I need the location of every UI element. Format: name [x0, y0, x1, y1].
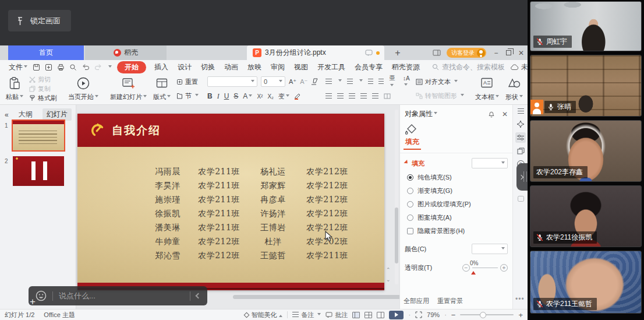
- radio-option-4[interactable]: 图案填充(A): [407, 213, 512, 222]
- tab-document[interactable]: P 3月份分组讨论.pptx: [247, 45, 384, 60]
- distribute-icon[interactable]: [372, 93, 378, 99]
- chat-bar[interactable]: 说点什么...: [29, 286, 207, 305]
- copy-button[interactable]: 复制: [27, 85, 59, 93]
- emoji-icon[interactable]: [36, 290, 47, 301]
- font-size-select[interactable]: 0: [261, 76, 285, 87]
- restore-button[interactable]: [506, 50, 511, 55]
- minimize-button[interactable]: −: [492, 49, 500, 57]
- decrease-font-icon[interactable]: A⁻: [300, 78, 307, 86]
- zoom-slider[interactable]: [460, 314, 514, 315]
- collapse-panel-icon[interactable]: «: [5, 111, 9, 119]
- fill-tab-label[interactable]: 填充: [405, 137, 512, 147]
- increase-font-icon[interactable]: A⁺: [289, 78, 296, 86]
- text-box-button[interactable]: A 文本框: [473, 75, 501, 103]
- char-spacing-icon[interactable]: 亜: [389, 74, 398, 89]
- redo-icon[interactable]: [94, 64, 102, 71]
- menu-item-7[interactable]: 审阅: [270, 61, 286, 73]
- notes-button[interactable]: 备注: [292, 311, 321, 319]
- zoom-in-button[interactable]: +: [518, 311, 523, 319]
- recommend-icon[interactable]: [515, 119, 526, 129]
- strikethrough-button[interactable]: S: [233, 92, 238, 100]
- shapes-button[interactable]: 形状: [503, 75, 525, 103]
- more-tools-icon[interactable]: •••: [515, 295, 525, 303]
- columns-icon[interactable]: [384, 93, 391, 99]
- vertical-scroll-thumb[interactable]: [395, 208, 398, 263]
- paste-button[interactable]: 粘贴: [3, 75, 26, 103]
- fill-section-header[interactable]: 填充: [405, 159, 424, 168]
- slide-thumbnail-2[interactable]: [13, 156, 64, 186]
- italic-button[interactable]: I: [217, 92, 220, 101]
- horizontal-scroll-thumb[interactable]: [233, 295, 402, 299]
- fill-preset-select[interactable]: [472, 158, 508, 168]
- superscript-button[interactable]: X²: [257, 93, 263, 100]
- tab-outline[interactable]: 大纲: [15, 108, 37, 121]
- animation-pane-icon[interactable]: [515, 146, 526, 156]
- video-tile[interactable]: 农学202李存鑫: [530, 120, 642, 182]
- text-effect-button[interactable]: 变: [278, 92, 289, 101]
- video-tile[interactable]: 张晴: [530, 55, 642, 117]
- menu-item-5[interactable]: 动画: [223, 61, 239, 73]
- line-spacing-icon[interactable]: ↕A: [403, 75, 412, 88]
- close-panel-icon[interactable]: ✕: [502, 110, 508, 118]
- layout-button[interactable]: 版式: [151, 75, 173, 103]
- reset-button[interactable]: 重置: [175, 78, 200, 86]
- slide-thumbnail-1[interactable]: [13, 121, 64, 150]
- lock-screen-button[interactable]: 锁定画面: [8, 10, 71, 31]
- decrease-indent-icon[interactable]: [368, 79, 373, 85]
- section-button[interactable]: 节: [175, 92, 200, 100]
- menu-item-3[interactable]: 设计: [176, 61, 193, 73]
- tab-home[interactable]: 首页: [8, 45, 84, 60]
- play-from-page-button[interactable]: 当页开始: [66, 75, 101, 103]
- tab-slides[interactable]: 幻灯片: [43, 108, 72, 121]
- align-right-icon[interactable]: [349, 93, 355, 99]
- radio-option-3[interactable]: 图片或纹理填充(P): [407, 200, 512, 209]
- align-left-icon[interactable]: [325, 93, 332, 99]
- normal-view-button[interactable]: [352, 312, 360, 318]
- tab-docer[interactable]: 稻壳: [85, 45, 167, 60]
- radio-option-1[interactable]: 纯色填充(S): [407, 173, 512, 182]
- beautify-button[interactable]: 智能美化: [245, 311, 282, 319]
- menu-item-9[interactable]: 开发工具: [316, 61, 346, 73]
- menu-item-11[interactable]: 稻壳资源: [391, 61, 421, 73]
- format-painter-button[interactable]: 格式刷: [27, 94, 59, 103]
- quick-access-caret[interactable]: [108, 65, 112, 69]
- align-center-icon[interactable]: [337, 93, 344, 99]
- strip-menu-icon[interactable]: [515, 106, 526, 117]
- checkbox-option-5[interactable]: 隐藏背景图形(H): [407, 227, 512, 235]
- properties-strip-icon[interactable]: [515, 132, 526, 143]
- transparency-minus-button[interactable]: −: [462, 264, 470, 272]
- transparency-plus-button[interactable]: +: [500, 264, 508, 272]
- bell-icon[interactable]: [488, 110, 495, 118]
- previous-slide-button[interactable]: ⌃: [386, 267, 391, 273]
- slide-canvas[interactable]: 自我介绍 冯雨晨农学211班杨礼运农学212班李昊洋农学211班郑家辉农学212…: [77, 114, 384, 290]
- save-icon[interactable]: [33, 64, 40, 71]
- menu-item-4[interactable]: 切换: [200, 61, 216, 73]
- plus-float[interactable]: +: [30, 296, 36, 308]
- menu-item-1[interactable]: 开始: [117, 61, 146, 73]
- fit-window-icon[interactable]: [415, 311, 422, 318]
- video-tile[interactable]: 周虹宇: [530, 1, 642, 51]
- bullet-list-icon[interactable]: [325, 79, 332, 85]
- color-select[interactable]: [472, 244, 508, 254]
- video-tile[interactable]: 农学211徐振凯: [530, 185, 642, 247]
- split-view-icon[interactable]: [433, 50, 441, 56]
- video-tile[interactable]: 农学211王懿哲: [530, 251, 642, 314]
- find-icon[interactable]: [69, 64, 77, 71]
- guest-login-pill[interactable]: 访客登录: [447, 48, 486, 58]
- output-icon[interactable]: [45, 64, 52, 71]
- reset-background-button[interactable]: 重置背景: [437, 297, 463, 305]
- menu-item-8[interactable]: 视图: [293, 61, 309, 73]
- transparency-slider[interactable]: 0%: [472, 268, 498, 268]
- menu-item-6[interactable]: 放映: [246, 61, 263, 73]
- command-search[interactable]: 查找命令、搜索模板: [432, 62, 505, 72]
- menu-item-10[interactable]: 会员专享: [353, 61, 384, 73]
- zoom-out-button[interactable]: −: [451, 311, 456, 319]
- font-family-select[interactable]: [207, 76, 257, 87]
- sync-status[interactable]: 未同步: [510, 62, 528, 72]
- radio-option-2[interactable]: 渐变填充(G): [407, 187, 512, 195]
- cut-button[interactable]: 剪切: [27, 75, 59, 84]
- file-menu[interactable]: 文件: [9, 62, 27, 72]
- font-color-button[interactable]: A: [243, 92, 252, 100]
- increase-indent-icon[interactable]: [378, 79, 384, 85]
- slide-sorter-view-button[interactable]: [365, 312, 372, 318]
